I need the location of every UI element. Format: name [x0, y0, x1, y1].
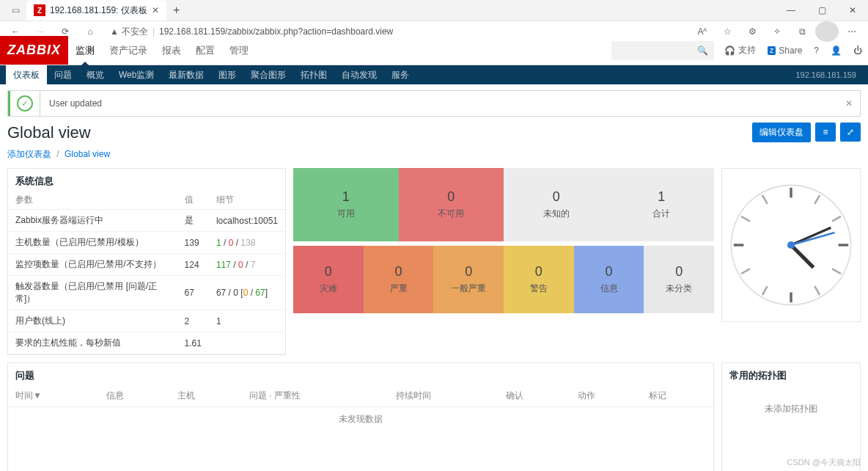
subnav-dashboard[interactable]: 仪表板	[6, 65, 47, 84]
severity-tile[interactable]: 0警告	[504, 246, 574, 313]
problems-col[interactable]: 时间▼	[8, 385, 99, 407]
status-tiles: 1可用0不可用0未知的1合计 0灾难0严重0一般严重0警告0信息0未分类	[293, 168, 714, 355]
top-nav: 监测 资产记录 报表 配置 管理	[68, 36, 256, 65]
breadcrumb-current[interactable]: Global view	[65, 149, 110, 159]
tab-list-icon[interactable]: ▭	[4, 0, 26, 21]
status-tile[interactable]: 1可用	[293, 168, 399, 241]
maximize-icon[interactable]: ▢	[806, 0, 837, 21]
search-icon: 🔍	[697, 45, 708, 56]
tab-strip: ▭ Z 192.168.181.159: 仪表板 ✕ + — ▢ ✕	[0, 0, 868, 21]
subnav-web[interactable]: Web监测	[111, 65, 161, 84]
problems-title: 问题	[8, 363, 713, 385]
alert-icon-wrap: ✓	[8, 91, 40, 116]
subnav-services[interactable]: 服务	[384, 65, 416, 84]
forward-icon[interactable]: →	[29, 21, 51, 42]
nav-monitoring[interactable]: 监测	[68, 36, 102, 65]
sysinfo-col-param: 参数	[8, 191, 177, 210]
check-icon: ✓	[17, 95, 33, 112]
sysinfo-row: 主机数量（已启用/已禁用/模板） 139 1 / 0 / 138	[8, 232, 285, 254]
nav-configuration[interactable]: 配置	[188, 36, 222, 65]
sysinfo-row: Zabbix服务器端运行中 是 localhost:10051	[8, 210, 285, 232]
problems-col[interactable]: 信息	[99, 385, 171, 407]
nav-administration[interactable]: 管理	[222, 36, 256, 65]
severity-tile[interactable]: 0严重	[364, 246, 434, 313]
zabbix-favicon: Z	[34, 4, 45, 16]
new-tab-button[interactable]: +	[166, 4, 187, 17]
zabbix-header: ZABBIX 监测 资产记录 报表 配置 管理 🔍 🎧 支持 ZShare ? …	[0, 36, 868, 65]
minimize-icon[interactable]: —	[776, 0, 806, 21]
severity-tile[interactable]: 0信息	[574, 246, 644, 313]
server-ip: 192.168.181.159	[795, 70, 862, 79]
alert-bar: ✓ User updated ✕	[7, 90, 861, 117]
status-tile[interactable]: 0未知的	[504, 168, 609, 241]
breadcrumb: 添加仪表盘 / Global view	[7, 148, 861, 161]
severity-tile[interactable]: 0灾难	[293, 246, 364, 313]
subnav-screens[interactable]: 聚合图形	[243, 65, 293, 84]
maps-widget: 常用的拓扑图 未添加拓扑图	[721, 362, 861, 471]
sysinfo-widget: 系统信息 参数 值 细节 Zabbix服务器端运行中 是 localhost:1…	[7, 168, 286, 355]
browser-chrome: ▭ Z 192.168.181.159: 仪表板 ✕ + — ▢ ✕ ← → ⟳…	[0, 0, 868, 36]
clock-icon	[729, 183, 853, 307]
problems-col[interactable]: 持续时间	[389, 385, 499, 407]
problems-col[interactable]: 问题 · 严重性	[242, 385, 389, 407]
nav-inventory[interactable]: 资产记录	[102, 36, 155, 65]
alert-close-icon[interactable]: ✕	[838, 98, 860, 109]
severity-tile[interactable]: 0未分类	[644, 246, 714, 313]
power-icon[interactable]: ⏻	[847, 36, 868, 65]
maps-title: 常用的拓扑图	[722, 363, 860, 385]
sub-nav: 仪表板 问题 概览 Web监测 最新数据 图形 聚合图形 拓扑图 自动发现 服务…	[0, 65, 868, 84]
breadcrumb-add[interactable]: 添加仪表盘	[7, 149, 51, 159]
close-window-icon[interactable]: ✕	[837, 0, 868, 21]
read-aloud-icon[interactable]: Aᴬ	[691, 21, 714, 42]
list-icon[interactable]: ≡	[815, 123, 836, 142]
problems-widget: 问题 时间▼信息主机问题 · 严重性持续时间确认动作标记 未发现数据	[7, 362, 714, 471]
clock-widget	[721, 168, 861, 322]
nav-reports[interactable]: 报表	[155, 36, 188, 65]
user-icon[interactable]: 👤	[825, 36, 847, 65]
page-title-row: Global view 编辑仪表盘 ≡ ⤢	[7, 123, 861, 142]
maps-empty: 未添加拓扑图	[722, 385, 860, 433]
subnav-discovery[interactable]: 自动发现	[334, 65, 384, 84]
search-input[interactable]: 🔍	[611, 41, 714, 60]
url-text: 192.168.181.159/zabbix/zabbix.php?action…	[159, 26, 393, 37]
separator: |	[152, 26, 155, 37]
window-controls: — ▢ ✕	[776, 0, 868, 21]
subnav-maps[interactable]: 拓扑图	[293, 65, 334, 84]
subnav-latest[interactable]: 最新数据	[161, 65, 211, 84]
problems-col[interactable]: 标记	[641, 385, 713, 407]
sysinfo-row: 监控项数量（已启用/已禁用/不支持） 124 117 / 0 / 7	[8, 254, 285, 276]
browser-tab[interactable]: Z 192.168.181.159: 仪表板 ✕	[26, 0, 166, 21]
status-tile[interactable]: 0不可用	[399, 168, 504, 241]
page-title: Global view	[7, 123, 91, 142]
share-link[interactable]: ZShare	[762, 36, 809, 65]
sysinfo-row: 触发器数量（已启用/已禁用 [问题/正常]） 67 67 / 0 [0 / 67…	[8, 276, 285, 310]
problems-col[interactable]: 主机	[170, 385, 242, 407]
subnav-overview[interactable]: 概览	[79, 65, 111, 84]
problems-col[interactable]: 确认	[499, 385, 570, 407]
problems-col[interactable]: 动作	[570, 385, 642, 407]
edit-dashboard-button[interactable]: 编辑仪表盘	[752, 123, 811, 142]
help-icon[interactable]: ?	[808, 36, 825, 65]
status-tile[interactable]: 1合计	[609, 168, 715, 241]
close-icon[interactable]: ✕	[152, 5, 159, 15]
watermark: CSDN @今天摘太阳	[787, 457, 861, 468]
subnav-graphs[interactable]: 图形	[211, 65, 243, 84]
support-link[interactable]: 🎧 支持	[718, 36, 762, 65]
sysinfo-title: 系统信息	[8, 169, 285, 191]
sysinfo-col-detail: 细节	[209, 191, 285, 210]
fullscreen-icon[interactable]: ⤢	[840, 123, 861, 142]
sysinfo-row: 用户数(线上) 2 1	[8, 310, 285, 332]
svg-point-16	[787, 241, 795, 249]
sysinfo-row: 要求的主机性能，每秒新值 1.61	[8, 332, 285, 354]
subnav-problems[interactable]: 问题	[47, 65, 79, 84]
sysinfo-col-value: 值	[177, 191, 209, 210]
tab-title: 192.168.181.159: 仪表板	[50, 4, 147, 17]
severity-tile[interactable]: 0一般严重	[433, 246, 504, 313]
problems-empty: 未发现数据	[8, 407, 713, 432]
alert-text: User updated	[40, 98, 838, 109]
content: ✓ User updated ✕ Global view 编辑仪表盘 ≡ ⤢ 添…	[0, 84, 868, 471]
